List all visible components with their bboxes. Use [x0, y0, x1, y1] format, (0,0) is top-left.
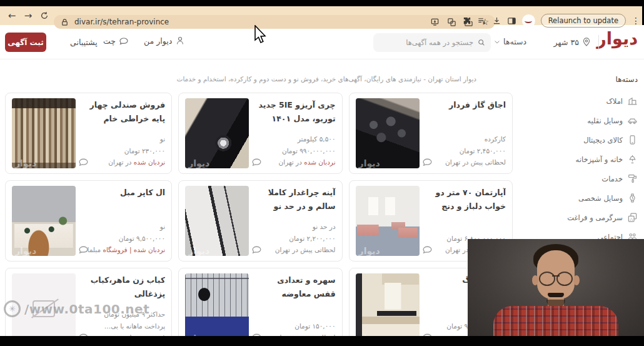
search-input[interactable]: جستجو در همه آگهی‌ها: [373, 33, 491, 52]
chat-bubble-icon[interactable]: [251, 156, 262, 167]
listing-details: نو۹,۵۰۰,۰۰۰ تومان: [81, 221, 165, 245]
photo-watermark: دیوار: [359, 158, 380, 168]
reload-icon[interactable]: [38, 9, 51, 23]
listing-detail-line: در حد نو: [254, 221, 335, 233]
listing-footer-rest: لحظاتی پیش در تهران: [275, 246, 336, 253]
listing-detail-line: ۱۵۰,۰۰۰ تومان: [254, 320, 335, 332]
sidebar-category[interactable]: سرگرمی و فراغت: [563, 211, 638, 223]
listing-card[interactable]: ال کاپر مبل نو۹,۵۰۰,۰۰۰ تومان نردبان شده…: [5, 180, 172, 262]
relaunch-to-update-button[interactable]: Relaunch to update: [541, 14, 626, 28]
extensions-icon[interactable]: [462, 16, 471, 26]
listing-text: سهره و تعدادی قفس معاوضه ۱۵۰,۰۰۰ تومان ل…: [254, 273, 335, 343]
listing-detail-line: پرداخت ماهانه با بی…: [81, 320, 165, 332]
my-divar-link[interactable]: دیوار من: [144, 36, 185, 46]
divar-logo[interactable]: دیوار: [596, 29, 638, 48]
presenter-ear: [573, 275, 580, 285]
reading-list-icon[interactable]: [477, 16, 486, 26]
listing-text: چری آریزو 5IE جدید توربو، مدل ۱۴۰۱ ۵,۵۰۰…: [254, 98, 335, 168]
person-icon: [175, 36, 185, 46]
listing-detail-line: ۵,۵۰۰ کیلومتر: [254, 133, 335, 145]
lock-icon: [60, 18, 69, 27]
sidebar-category-label: خدمات: [601, 175, 623, 183]
install-app-icon[interactable]: [430, 18, 440, 27]
url-text: divar.ir/s/tehran-province: [74, 18, 430, 26]
sidebar-category[interactable]: خانه و آشپزخانه: [563, 153, 638, 165]
listing-photo: دیوار: [12, 273, 76, 343]
photo-watermark: دیوار: [188, 158, 209, 168]
paint-roller-icon: [627, 173, 638, 184]
listing-card[interactable]: اجاق گاز فردار کارکرده۲,۴۵۰,۰۰۰ تومان لح…: [349, 93, 513, 174]
screen: ← → divar.ir/s/tehran-province ☆ Relaunc…: [0, 0, 644, 346]
chat-bubble-icon: [119, 36, 129, 46]
post-ad-button[interactable]: ثبت آگهی: [5, 33, 46, 52]
listing-footer-rest: لحظاتی پیش در تهران: [445, 158, 506, 166]
listing-detail-line: ۲,۲۰۰,۰۰۰ تومان: [254, 233, 335, 245]
photo-watermark: دیوار: [359, 246, 380, 256]
listing-footer: نردبان شده | فروشگاه مبلما…: [81, 245, 165, 256]
listing-card[interactable]: کباب زن ماهر،کباب پزذغالی حداکثر ۹ میلیو…: [5, 268, 172, 346]
listing-detail-line: ۲,۴۵۰,۰۰۰ تومان: [425, 145, 506, 157]
listing-detail-line: نو: [81, 133, 165, 145]
listing-card[interactable]: آینه چراغدار کاملا سالم و در حد نو در حد…: [178, 180, 342, 262]
chat-bubble-icon[interactable]: [422, 156, 433, 167]
listing-title: چری آریزو 5IE جدید توربو، مدل ۱۴۰۱: [254, 98, 335, 133]
sidebar-category[interactable]: املاک: [563, 95, 638, 107]
chat-bubble-icon[interactable]: [251, 244, 262, 255]
chat-label: چت: [103, 36, 116, 46]
downloads-icon[interactable]: [492, 16, 501, 26]
url-bar[interactable]: divar.ir/s/tehran-province ☆: [54, 15, 495, 29]
sidebar-category[interactable]: کالای دیجیتال: [563, 134, 638, 146]
listing-footer-rest: در تهران: [108, 158, 134, 166]
listing-photo: دیوار: [185, 273, 249, 343]
listing-photo: دیوار: [356, 186, 420, 256]
profile-avatar[interactable]: [522, 14, 535, 28]
support-link[interactable]: پشتیبانی: [70, 38, 98, 47]
listing-text: کباب زن ماهر،کباب پزذغالی حداکثر ۹ میلیو…: [81, 273, 165, 343]
chat-bubble-icon[interactable]: [78, 244, 89, 255]
listing-text: فروش صندلی چهار پایه خراطی خام نو۲۳۰,۰۰۰…: [81, 98, 165, 168]
chat-bubble-icon[interactable]: [78, 156, 89, 167]
listing-detail-line: ۲۳۰,۰۰۰ تومان: [81, 145, 165, 157]
listing-photo: دیوار: [185, 186, 249, 256]
avatar-signature: [525, 19, 532, 23]
building-icon: [627, 96, 638, 106]
listing-card[interactable]: فروش صندلی چهار پایه خراطی خام نو۲۳۰,۰۰۰…: [5, 93, 172, 174]
city-selector[interactable]: ۳۵ شهر: [553, 37, 591, 47]
listing-photo: دیوار: [356, 98, 420, 168]
translate-icon[interactable]: [447, 18, 456, 27]
listing-photo: دیوار: [356, 273, 420, 343]
sidebar-title: دسته‌ها: [563, 75, 638, 84]
chat-link[interactable]: چت: [103, 36, 129, 46]
listing-footer-rest: در تهران: [279, 158, 304, 166]
forward-icon[interactable]: →: [21, 9, 35, 23]
photo-watermark: دیوار: [188, 246, 209, 256]
chat-bubble-icon[interactable]: [422, 244, 433, 255]
listing-photo: دیوار: [12, 98, 76, 168]
phone-icon: [627, 135, 638, 145]
chevron-down-icon: [493, 38, 501, 46]
listing-footer-highlight: نردبان شده: [304, 158, 335, 166]
listing-title: اجاق گاز فردار: [425, 98, 506, 133]
sidebar-category-label: سرگرمی و فراغت: [567, 213, 623, 222]
side-panel-icon[interactable]: [507, 16, 516, 26]
browser-menu-icon[interactable]: ⋮: [631, 16, 640, 26]
presenter-glasses-bridge: [552, 275, 560, 277]
sidebar-category[interactable]: خدمات: [563, 173, 638, 185]
page-subtitle: دیوار استان تهران - نیازمندی های رایگان،…: [177, 75, 477, 83]
back-icon[interactable]: ←: [5, 9, 19, 23]
sidebar-category-label: خانه و آشپزخانه: [576, 155, 623, 164]
listing-title: ال کاپر مبل: [81, 186, 165, 221]
listing-card[interactable]: سهره و تعدادی قفس معاوضه ۱۵۰,۰۰۰ تومان ل…: [178, 268, 342, 346]
listing-card[interactable]: چری آریزو 5IE جدید توربو، مدل ۱۴۰۱ ۵,۵۰۰…: [178, 93, 342, 174]
sidebar-category[interactable]: وسایل شخصی: [563, 192, 638, 204]
listing-text: آینه چراغدار کاملا سالم و در حد نو در حد…: [254, 186, 335, 256]
listing-footer: لحظاتی پیش در تهران: [425, 157, 506, 168]
watch-icon: [627, 193, 638, 203]
categories-menu-label: دسته‌ها: [503, 37, 526, 46]
listing-title: سهره و تعدادی قفس معاوضه: [254, 273, 335, 320]
categories-menu[interactable]: دسته‌ها: [493, 37, 526, 46]
listing-detail-line: ۹۹۰,۰۰۰,۰۰۰ تومان: [254, 145, 335, 157]
listing-details: در حد نو۲,۲۰۰,۰۰۰ تومان: [254, 221, 335, 245]
sidebar-category[interactable]: وسایل نقلیه: [563, 114, 638, 126]
presenter-mustache: [548, 293, 564, 297]
